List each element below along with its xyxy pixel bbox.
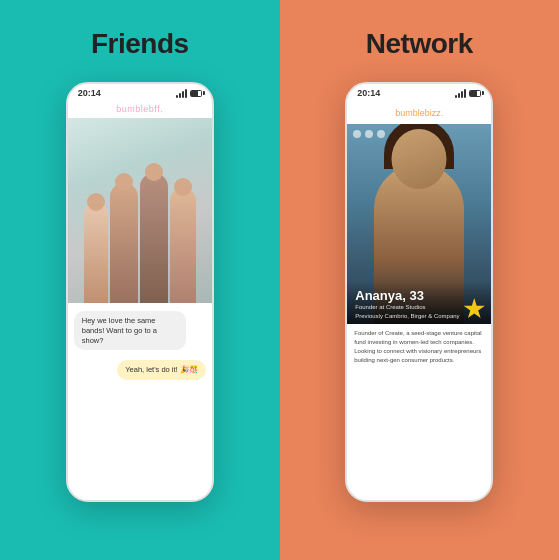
bff-app-header: bumblebff.	[68, 100, 212, 118]
chat-container: Hey we love the same bands! Want to go t…	[74, 311, 206, 386]
signal-icon-left	[176, 89, 187, 98]
profile-name: Ananya, 33	[355, 288, 483, 303]
bizz-logo: bumblebizz.	[395, 106, 443, 118]
network-title: Network	[366, 28, 473, 60]
time-right: 20:14	[357, 88, 380, 98]
group-figures	[68, 118, 212, 303]
figure-4	[170, 188, 196, 303]
profile-sub: Previously Cambrio, Birger & Company	[355, 312, 483, 320]
bizz-app-header: bumblebizz.	[347, 100, 491, 124]
figure-3	[140, 173, 168, 303]
battery-icon-left	[190, 90, 202, 97]
status-bar-left: 20:14	[68, 84, 212, 100]
dot-2	[365, 130, 373, 138]
status-icons-right	[455, 89, 481, 98]
bff-chat-section: Hey we love the same bands! Want to go t…	[68, 303, 212, 394]
friends-panel: Friends 20:14 bumblebff.	[0, 0, 280, 560]
chat-bubble-outgoing: Yeah, let's do it! 🎉🎊	[117, 360, 206, 380]
status-bar-right: 20:14	[347, 84, 491, 100]
dot-1	[353, 130, 361, 138]
friends-title: Friends	[91, 28, 189, 60]
bff-logo: bumblebff.	[116, 102, 163, 114]
bff-group-photo	[68, 118, 212, 303]
dot-3	[377, 130, 385, 138]
status-icons-left	[176, 89, 202, 98]
profile-bio: Founder of Create, a seed-stage venture …	[347, 324, 491, 370]
chat-bubble-incoming: Hey we love the same bands! Want to go t…	[74, 311, 186, 350]
network-panel: Network 20:14 bumblebizz.	[280, 0, 560, 560]
figure-2	[110, 183, 138, 303]
network-phone: 20:14 bumblebizz.	[345, 82, 493, 502]
signal-icon-right	[455, 89, 466, 98]
bizz-profile-info: Ananya, 33 Founder at Create Studios Pre…	[347, 282, 491, 324]
person-head	[392, 129, 447, 189]
bizz-profile-photo: Ananya, 33 Founder at Create Studios Pre…	[347, 124, 491, 324]
profile-job: Founder at Create Studios	[355, 303, 483, 311]
photo-dots	[353, 130, 385, 138]
battery-icon-right	[469, 90, 481, 97]
figure-1	[84, 203, 108, 303]
time-left: 20:14	[78, 88, 101, 98]
friends-phone: 20:14 bumblebff.	[66, 82, 214, 502]
